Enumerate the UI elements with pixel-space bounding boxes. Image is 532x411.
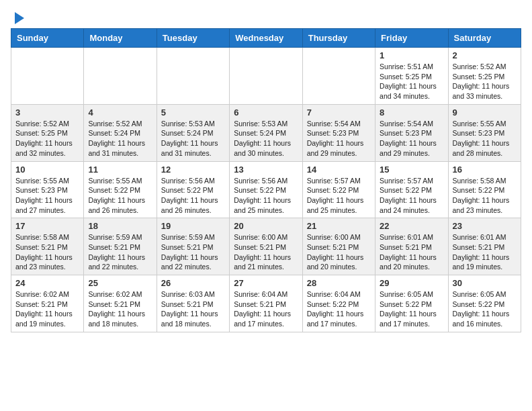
day-number: 7 bbox=[307, 107, 371, 118]
calendar-cell: 12Sunrise: 5:56 AM Sunset: 5:22 PM Dayli… bbox=[157, 161, 229, 218]
calendar-cell: 3Sunrise: 5:52 AM Sunset: 5:25 PM Daylig… bbox=[11, 104, 84, 161]
day-info: Sunrise: 5:52 AM Sunset: 5:24 PM Dayligh… bbox=[88, 119, 152, 158]
calendar-cell: 20Sunrise: 6:00 AM Sunset: 5:21 PM Dayli… bbox=[230, 218, 302, 275]
calendar-cell: 16Sunrise: 5:58 AM Sunset: 5:22 PM Dayli… bbox=[448, 161, 521, 218]
day-info: Sunrise: 6:02 AM Sunset: 5:21 PM Dayligh… bbox=[88, 289, 152, 329]
calendar-cell: 22Sunrise: 6:01 AM Sunset: 5:21 PM Dayli… bbox=[375, 218, 448, 275]
day-info: Sunrise: 6:05 AM Sunset: 5:22 PM Dayligh… bbox=[380, 289, 443, 329]
day-number: 2 bbox=[453, 50, 517, 60]
calendar-table: SundayMondayTuesdayWednesdayThursdayFrid… bbox=[11, 28, 521, 332]
weekday-header-saturday: Saturday bbox=[448, 29, 521, 48]
weekday-header-monday: Monday bbox=[84, 29, 157, 48]
page-header bbox=[11, 11, 521, 23]
day-info: Sunrise: 6:02 AM Sunset: 5:21 PM Dayligh… bbox=[15, 289, 79, 329]
weekday-header-wednesday: Wednesday bbox=[230, 29, 302, 48]
day-info: Sunrise: 5:59 AM Sunset: 5:21 PM Dayligh… bbox=[161, 232, 225, 272]
calendar-cell: 2Sunrise: 5:52 AM Sunset: 5:25 PM Daylig… bbox=[448, 48, 521, 105]
calendar-cell: 1Sunrise: 5:51 AM Sunset: 5:25 PM Daylig… bbox=[375, 48, 448, 105]
calendar-cell: 21Sunrise: 6:00 AM Sunset: 5:21 PM Dayli… bbox=[302, 218, 375, 275]
calendar-week-1: 1Sunrise: 5:51 AM Sunset: 5:25 PM Daylig… bbox=[11, 48, 521, 105]
day-number: 29 bbox=[380, 278, 443, 288]
day-number: 30 bbox=[453, 278, 517, 288]
calendar-cell: 25Sunrise: 6:02 AM Sunset: 5:21 PM Dayli… bbox=[84, 275, 157, 332]
day-info: Sunrise: 6:04 AM Sunset: 5:21 PM Dayligh… bbox=[234, 289, 298, 329]
calendar-header-row: SundayMondayTuesdayWednesdayThursdayFrid… bbox=[11, 29, 521, 48]
svg-marker-0 bbox=[15, 12, 24, 24]
day-info: Sunrise: 5:58 AM Sunset: 5:21 PM Dayligh… bbox=[15, 232, 79, 272]
day-info: Sunrise: 6:00 AM Sunset: 5:21 PM Dayligh… bbox=[234, 232, 298, 272]
calendar-cell: 10Sunrise: 5:55 AM Sunset: 5:23 PM Dayli… bbox=[11, 161, 84, 218]
calendar-week-5: 24Sunrise: 6:02 AM Sunset: 5:21 PM Dayli… bbox=[11, 275, 521, 332]
calendar-week-4: 17Sunrise: 5:58 AM Sunset: 5:21 PM Dayli… bbox=[11, 218, 521, 275]
calendar-cell: 6Sunrise: 5:53 AM Sunset: 5:24 PM Daylig… bbox=[230, 104, 302, 161]
day-number: 23 bbox=[453, 221, 517, 231]
calendar-cell: 23Sunrise: 6:01 AM Sunset: 5:21 PM Dayli… bbox=[448, 218, 521, 275]
day-info: Sunrise: 5:52 AM Sunset: 5:25 PM Dayligh… bbox=[15, 119, 79, 158]
day-number: 28 bbox=[307, 278, 371, 288]
calendar-cell bbox=[230, 48, 302, 105]
day-info: Sunrise: 5:56 AM Sunset: 5:22 PM Dayligh… bbox=[234, 176, 298, 216]
calendar-cell: 9Sunrise: 5:55 AM Sunset: 5:23 PM Daylig… bbox=[448, 104, 521, 161]
day-number: 19 bbox=[161, 221, 225, 231]
day-number: 4 bbox=[88, 107, 152, 118]
day-number: 27 bbox=[234, 278, 298, 288]
day-number: 10 bbox=[15, 165, 79, 175]
calendar-cell: 17Sunrise: 5:58 AM Sunset: 5:21 PM Dayli… bbox=[11, 218, 84, 275]
day-info: Sunrise: 6:00 AM Sunset: 5:21 PM Dayligh… bbox=[307, 232, 371, 272]
calendar-cell: 30Sunrise: 6:05 AM Sunset: 5:22 PM Dayli… bbox=[448, 275, 521, 332]
day-number: 15 bbox=[380, 165, 443, 175]
calendar-cell: 15Sunrise: 5:57 AM Sunset: 5:22 PM Dayli… bbox=[375, 161, 448, 218]
calendar-cell: 19Sunrise: 5:59 AM Sunset: 5:21 PM Dayli… bbox=[157, 218, 229, 275]
day-info: Sunrise: 5:54 AM Sunset: 5:23 PM Dayligh… bbox=[380, 119, 443, 158]
day-info: Sunrise: 5:58 AM Sunset: 5:22 PM Dayligh… bbox=[453, 176, 517, 216]
calendar-cell: 18Sunrise: 5:59 AM Sunset: 5:21 PM Dayli… bbox=[84, 218, 157, 275]
day-number: 11 bbox=[88, 165, 152, 175]
day-info: Sunrise: 5:55 AM Sunset: 5:22 PM Dayligh… bbox=[88, 176, 152, 216]
day-number: 22 bbox=[380, 221, 443, 231]
day-number: 1 bbox=[380, 50, 443, 60]
day-info: Sunrise: 5:51 AM Sunset: 5:25 PM Dayligh… bbox=[380, 62, 443, 101]
day-number: 18 bbox=[88, 221, 152, 231]
day-info: Sunrise: 6:04 AM Sunset: 5:22 PM Dayligh… bbox=[307, 289, 371, 329]
day-number: 13 bbox=[234, 165, 298, 175]
calendar-cell: 13Sunrise: 5:56 AM Sunset: 5:22 PM Dayli… bbox=[230, 161, 302, 218]
day-number: 20 bbox=[234, 221, 298, 231]
calendar-cell: 27Sunrise: 6:04 AM Sunset: 5:21 PM Dayli… bbox=[230, 275, 302, 332]
day-number: 17 bbox=[15, 221, 79, 231]
day-info: Sunrise: 6:01 AM Sunset: 5:21 PM Dayligh… bbox=[453, 232, 517, 272]
day-number: 21 bbox=[307, 221, 371, 231]
day-info: Sunrise: 5:56 AM Sunset: 5:22 PM Dayligh… bbox=[161, 176, 225, 216]
day-number: 25 bbox=[88, 278, 152, 288]
day-info: Sunrise: 6:05 AM Sunset: 5:22 PM Dayligh… bbox=[453, 289, 517, 329]
day-info: Sunrise: 5:54 AM Sunset: 5:23 PM Dayligh… bbox=[307, 119, 371, 158]
calendar-cell bbox=[157, 48, 229, 105]
calendar-cell: 24Sunrise: 6:02 AM Sunset: 5:21 PM Dayli… bbox=[11, 275, 84, 332]
calendar-cell bbox=[11, 48, 84, 105]
day-number: 8 bbox=[380, 107, 443, 118]
day-number: 24 bbox=[15, 278, 79, 288]
calendar-cell: 8Sunrise: 5:54 AM Sunset: 5:23 PM Daylig… bbox=[375, 104, 448, 161]
day-number: 12 bbox=[161, 165, 225, 175]
logo bbox=[11, 11, 26, 23]
calendar-cell: 28Sunrise: 6:04 AM Sunset: 5:22 PM Dayli… bbox=[302, 275, 375, 332]
day-info: Sunrise: 5:57 AM Sunset: 5:22 PM Dayligh… bbox=[380, 176, 443, 216]
day-number: 3 bbox=[15, 107, 79, 118]
weekday-header-sunday: Sunday bbox=[11, 29, 84, 48]
day-number: 6 bbox=[234, 107, 298, 118]
calendar-cell: 4Sunrise: 5:52 AM Sunset: 5:24 PM Daylig… bbox=[84, 104, 157, 161]
day-info: Sunrise: 5:55 AM Sunset: 5:23 PM Dayligh… bbox=[15, 176, 79, 216]
day-number: 5 bbox=[161, 107, 225, 118]
calendar-cell bbox=[302, 48, 375, 105]
day-info: Sunrise: 5:55 AM Sunset: 5:23 PM Dayligh… bbox=[453, 119, 517, 158]
day-info: Sunrise: 5:59 AM Sunset: 5:21 PM Dayligh… bbox=[88, 232, 152, 272]
calendar-cell: 7Sunrise: 5:54 AM Sunset: 5:23 PM Daylig… bbox=[302, 104, 375, 161]
calendar-cell: 5Sunrise: 5:53 AM Sunset: 5:24 PM Daylig… bbox=[157, 104, 229, 161]
day-info: Sunrise: 6:03 AM Sunset: 5:21 PM Dayligh… bbox=[161, 289, 225, 329]
day-info: Sunrise: 5:53 AM Sunset: 5:24 PM Dayligh… bbox=[161, 119, 225, 158]
calendar-week-3: 10Sunrise: 5:55 AM Sunset: 5:23 PM Dayli… bbox=[11, 161, 521, 218]
day-number: 16 bbox=[453, 165, 517, 175]
day-number: 26 bbox=[161, 278, 225, 288]
weekday-header-tuesday: Tuesday bbox=[157, 29, 229, 48]
weekday-header-thursday: Thursday bbox=[302, 29, 375, 48]
day-info: Sunrise: 5:57 AM Sunset: 5:22 PM Dayligh… bbox=[307, 176, 371, 216]
